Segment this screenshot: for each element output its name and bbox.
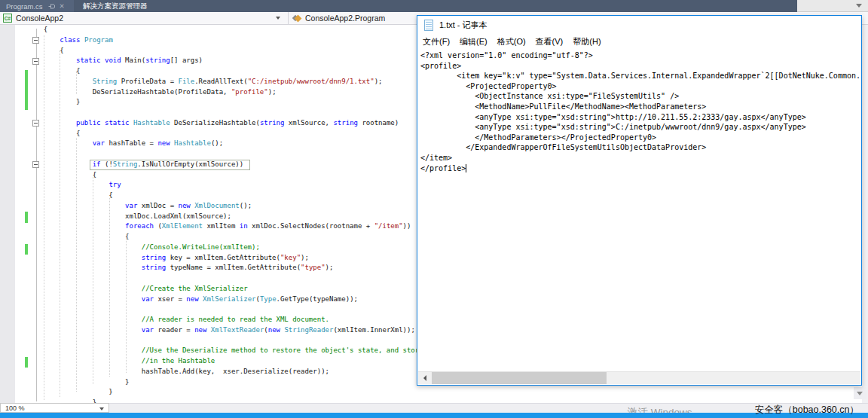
tab-program-cs-label: Program.cs [6, 2, 43, 11]
notepad-file-icon [424, 20, 433, 31]
project-dropdown[interactable]: C# ConsoleApp2 [0, 12, 289, 24]
tab-overflow-zone [797, 0, 868, 12]
notepad-line: <profile> [420, 61, 860, 72]
code-line: var xser = new XmlSerializer(Type.GetTyp… [27, 294, 436, 305]
menu-item[interactable]: 帮助(H) [573, 36, 601, 47]
code-line: xmlDoc.LoadXml(xmlSource); [27, 212, 436, 222]
code-line: class Program [27, 35, 436, 46]
code-line: //Create the XmlSerializer [27, 284, 436, 294]
fold-toggle-icon[interactable] [32, 37, 39, 44]
menu-item[interactable]: 文件(F) [423, 36, 450, 47]
code-line [27, 273, 436, 284]
fold-toggle-icon[interactable] [32, 161, 39, 168]
editor-zoom-dropdown[interactable]: 100 % [0, 403, 109, 413]
notepad-window-title: 1.txt - 记事本 [439, 20, 487, 31]
tab-list-dropdown-icon[interactable] [856, 4, 862, 8]
code-line [27, 304, 436, 315]
document-tab-strip: Program.cs ✕ 解决方案资源管理器 [0, 0, 868, 12]
editor-zoom-value: 100 % [5, 404, 25, 412]
notepad-line: </profile> [420, 163, 860, 174]
notepad-horizontal-scrollbar[interactable] [418, 371, 860, 384]
notepad-title-bar[interactable]: 1.txt - 记事本 [417, 16, 861, 34]
chevron-down-icon[interactable] [99, 407, 104, 410]
fold-toggle-icon[interactable] [32, 120, 39, 127]
pin-icon[interactable] [48, 3, 55, 10]
tab-solution-explorer[interactable]: 解决方案资源管理器 [78, 0, 191, 12]
code-line: String ProfileData = File.ReadAllText("C… [27, 77, 436, 87]
menu-item[interactable]: 编辑(E) [460, 36, 487, 47]
code-line: //Use the Deserialize method to restore … [27, 346, 436, 356]
notepad-line: </ExpandedWrapperOfFileSystemUtilsObject… [420, 142, 860, 153]
member-dropdown-value: ConsoleApp2.Program [305, 14, 385, 23]
code-line: } [27, 398, 436, 403]
code-line: if (!String.IsNullOrEmpty(xmlSource)) [27, 160, 436, 170]
code-line: try [27, 180, 436, 191]
code-line: var hashTable = new Hashtable(); [27, 139, 436, 149]
notepad-line: <?xml version="1.0" encoding="utf-8"?> [420, 50, 860, 61]
code-line: { [27, 46, 436, 56]
notepad-line: <item key="k:v" type="System.Data.Servic… [420, 71, 860, 81]
notepad-line: <anyType xsi:type="xsd:string">http://10… [420, 112, 860, 123]
notepad-line: <anyType xsi:type="xsd:string">C:/inetpu… [420, 122, 860, 133]
notepad-line: <MethodName>PullFile</MethodName><Method… [420, 102, 860, 112]
editor-vertical-scrollbar[interactable] [862, 25, 868, 403]
scrollbar-left-arrow-icon[interactable] [418, 372, 431, 384]
screen: Program.cs ✕ 解决方案资源管理器 C# ConsoleApp2 Co… [0, 0, 868, 418]
project-dropdown-value: ConsoleApp2 [16, 14, 63, 23]
code-line: { [27, 232, 436, 243]
change-tracking-bar [25, 70, 28, 110]
fold-toggle-icon[interactable] [32, 58, 39, 65]
text-caret [466, 164, 466, 172]
code-line: { [27, 25, 436, 35]
status-bar [0, 413, 868, 418]
csharp-project-icon: C# [3, 14, 12, 23]
code-line: { [27, 170, 436, 181]
notepad-menu-bar: 文件(F)编辑(E)格式(O)查看(V)帮助(H) [417, 34, 861, 49]
notepad-text-area[interactable]: <?xml version="1.0" encoding="utf-8"?><p… [418, 49, 860, 371]
menu-item[interactable]: 格式(O) [497, 36, 526, 47]
code-line: { [27, 191, 436, 201]
chevron-down-icon[interactable] [276, 17, 280, 20]
code-line: //Console.WriteLine(xmlItem); [27, 243, 436, 253]
code-line: static void Main(string[] args) [27, 56, 436, 66]
code-line [27, 336, 436, 346]
code-line: public static Hashtable DeSerializeHasht… [27, 118, 436, 129]
notepad-line: </item> [420, 153, 860, 163]
code-line [27, 108, 436, 118]
code-line: } [27, 97, 436, 108]
code-line: //in the Hashtable [27, 356, 436, 367]
code-line: //A reader is needed to read the XML doc… [27, 315, 436, 325]
breakpoint-margin[interactable] [0, 25, 15, 403]
notepad-line: <ProjectedProperty0> [420, 81, 860, 92]
code-line: DeSerializeHashtable(ProfileData, "profi… [27, 87, 436, 98]
change-tracking-bar [25, 357, 28, 368]
notepad-line: </MethodParameters></ProjectedProperty0> [420, 133, 860, 143]
code-line: var xmlDoc = new XmlDocument(); [27, 201, 436, 212]
scrollbar-thumb[interactable] [432, 372, 607, 384]
notepad-line: <ObjectInstance xsi:type="FileSystemUtil… [420, 91, 860, 102]
code-line: string typeName = xmlItem.GetAttribute("… [27, 263, 436, 273]
code-line: var reader = new XmlTextReader(new Strin… [27, 325, 436, 336]
code-line: { [27, 129, 436, 139]
code-line: } [27, 387, 436, 398]
code-line [27, 149, 436, 160]
scrollbar-down-arrow-icon[interactable] [854, 387, 866, 399]
tab-program-cs[interactable]: Program.cs ✕ [0, 0, 74, 12]
menu-item[interactable]: 查看(V) [536, 36, 564, 47]
code-line: { [27, 66, 436, 77]
tab-solution-explorer-label: 解决方案资源管理器 [83, 2, 148, 11]
code-line: } [27, 377, 436, 388]
class-icon [292, 14, 301, 23]
notepad-window[interactable]: 1.txt - 记事本 文件(F)编辑(E)格式(O)查看(V)帮助(H) <?… [417, 15, 862, 386]
editor-horizontal-scrollbar-row[interactable] [0, 403, 868, 413]
security-site-watermark: 安全客（bobao.360.cn） [755, 404, 859, 416]
code-text[interactable]: { class Program { static void Main(strin… [27, 25, 436, 403]
code-line: string key = xmlItem.GetAttribute("key")… [27, 253, 436, 264]
close-icon[interactable]: ✕ [60, 3, 65, 9]
code-line: hashTable.Add(key, xser.Deserialize(read… [27, 367, 436, 377]
change-tracking-bar [25, 212, 28, 223]
change-tracking-bar [25, 244, 28, 255]
code-line: foreach (XmlElement xmlItem in xmlDoc.Se… [27, 221, 436, 232]
